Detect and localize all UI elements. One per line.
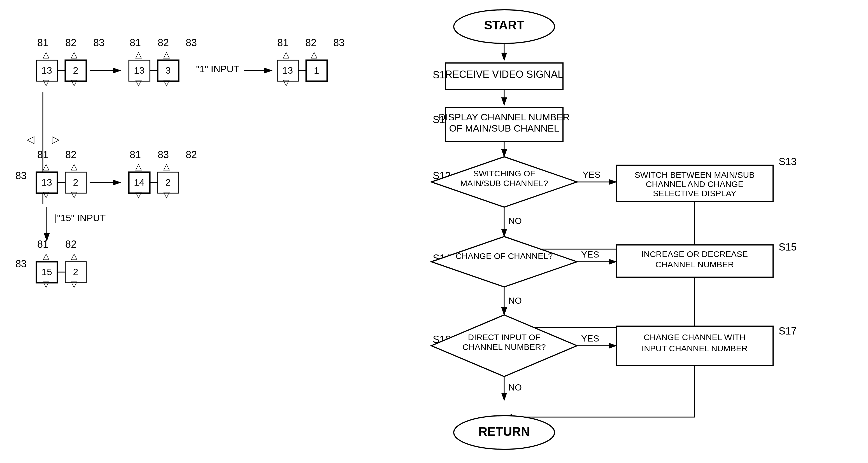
- s12-no-label: NO: [508, 216, 522, 226]
- box-13-label-r1g2: 13: [134, 65, 145, 75]
- uparrow-r1g1-2: △: [71, 50, 77, 59]
- box-2-label-r2g2: 2: [165, 177, 171, 188]
- label-82-r1g2: 82: [158, 37, 169, 48]
- label-82-r1g3: 82: [305, 37, 316, 48]
- box-15-label-r3g1: 15: [41, 266, 52, 277]
- s16-no-label: NO: [508, 383, 522, 393]
- label-81-r1g1: 81: [37, 37, 49, 48]
- box-13-label-r1g1: 13: [41, 65, 52, 75]
- label-83-r2g1: 83: [16, 170, 27, 181]
- s13-text1: SWITCH BETWEEN MAIN/SUB: [635, 170, 754, 179]
- downarrow-r3g1-2: ▽: [71, 279, 77, 289]
- downarrow-r2g1-1: ▽: [43, 190, 49, 199]
- box-2-label-r1g1: 2: [73, 65, 79, 75]
- box-1-label-r1g3: 1: [314, 65, 319, 75]
- label-81-r1g3: 81: [277, 37, 288, 48]
- left-arrow-label: ◁: [27, 134, 34, 145]
- label-82-r2g2: 82: [186, 149, 197, 160]
- s14-text1: CHANGE OF CHANNEL?: [456, 252, 553, 261]
- label-83-r1g2: 83: [186, 37, 197, 48]
- s12-text1: SWITCHING OF: [473, 169, 535, 178]
- uparrow-r1g3-1: △: [283, 50, 289, 59]
- box-2-label-r3g1: 2: [73, 266, 79, 277]
- uparrow-r2g2-2: △: [163, 162, 170, 171]
- label-81-r2g2: 81: [130, 149, 141, 160]
- s15-text1: INCREASE OR DECREASE: [642, 250, 748, 259]
- box-2-label-r2g1: 2: [73, 177, 79, 188]
- label-82-r2g1: 82: [65, 149, 76, 160]
- uparrow-r3g1-2: △: [71, 252, 77, 261]
- label-81-r1g2: 81: [130, 37, 141, 48]
- box-3-label-r1g2: 3: [165, 65, 171, 75]
- s12-yes-label: YES: [583, 170, 600, 180]
- s15-text2: CHANNEL NUMBER: [655, 260, 734, 269]
- uparrow-r2g1-1: △: [43, 162, 49, 171]
- s16-text2: CHANNEL NUMBER?: [462, 342, 546, 352]
- label-83-r1g3: 83: [333, 37, 344, 48]
- s10-text: RECEIVE VIDEO SIGNAL: [445, 69, 563, 80]
- s17-text1: CHANGE CHANNEL WITH: [644, 333, 746, 342]
- uparrow-r1g3-2: △: [311, 50, 317, 59]
- label-82-r3g1: 82: [65, 238, 76, 250]
- input-15-label: |"15" INPUT: [55, 212, 105, 223]
- uparrow-r2g2-1: △: [135, 162, 142, 171]
- s16-yes-label: YES: [581, 333, 599, 343]
- downarrow-r1g1-2: ▽: [71, 78, 77, 87]
- downarrow-r1g2-2: ▽: [163, 78, 170, 87]
- downarrow-r1g2-1: ▽: [135, 78, 142, 87]
- label-81-r2g1: 81: [37, 149, 49, 160]
- s13-label: S13: [779, 156, 797, 167]
- diagram-svg: 81 82 83 △ △ 13 2 ▽ ▽ 81 82 83 △ △ 13 3 …: [0, 0, 868, 463]
- s14-yes-label: YES: [581, 250, 599, 260]
- label-83-r1g1: 83: [93, 37, 104, 48]
- return-label: RETURN: [478, 425, 530, 438]
- uparrow-r2g1-2: △: [71, 162, 77, 171]
- s17-text2: INPUT CHANNEL NUMBER: [642, 344, 748, 353]
- label-81-r3g1: 81: [37, 238, 49, 250]
- s11-text2: OF MAIN/SUB CHANNEL: [449, 123, 559, 134]
- downarrow-r2g2-1: ▽: [135, 190, 142, 199]
- downarrow-r2g1-2: ▽: [71, 190, 77, 199]
- s14-no-label: NO: [508, 296, 522, 306]
- s16-text1: DIRECT INPUT OF: [468, 333, 540, 342]
- s14-diamond: [431, 236, 577, 287]
- s11-text1: DISPLAY CHANNEL NUMBER: [439, 112, 570, 122]
- right-arrow-label: ▷: [52, 134, 60, 145]
- uparrow-r1g2-1: △: [135, 50, 142, 59]
- uparrow-r3g1-1: △: [43, 252, 49, 261]
- box-14-label-r2g2: 14: [134, 177, 145, 188]
- box-13-label-r2g1: 13: [41, 177, 52, 188]
- box-13-label-r1g3: 13: [282, 65, 293, 75]
- input-1-label: "1" INPUT: [196, 64, 240, 74]
- s17-label: S17: [779, 325, 797, 337]
- s13-text3: SELECTIVE DISPLAY: [653, 189, 736, 198]
- start-label: START: [484, 18, 524, 32]
- page: 81 82 83 △ △ 13 2 ▽ ▽ 81 82 83 △ △ 13 3 …: [0, 0, 868, 463]
- s12-text2: MAIN/SUB CHANNEL?: [460, 178, 548, 188]
- label-83-r3g1: 83: [16, 258, 27, 270]
- downarrow-r1g3-1: ▽: [283, 78, 289, 87]
- downarrow-r2g2-2: ▽: [163, 190, 170, 199]
- uparrow-r1g1-1: △: [43, 50, 49, 59]
- s13-text2: CHANNEL AND CHANGE: [646, 179, 744, 189]
- downarrow-r1g1-1: ▽: [43, 78, 49, 87]
- label-83-r2g2: 83: [158, 149, 169, 160]
- label-82-r1g1: 82: [65, 37, 76, 48]
- s15-label: S15: [779, 241, 797, 253]
- uparrow-r1g2-2: △: [163, 50, 170, 59]
- downarrow-r3g1-1: ▽: [43, 279, 49, 289]
